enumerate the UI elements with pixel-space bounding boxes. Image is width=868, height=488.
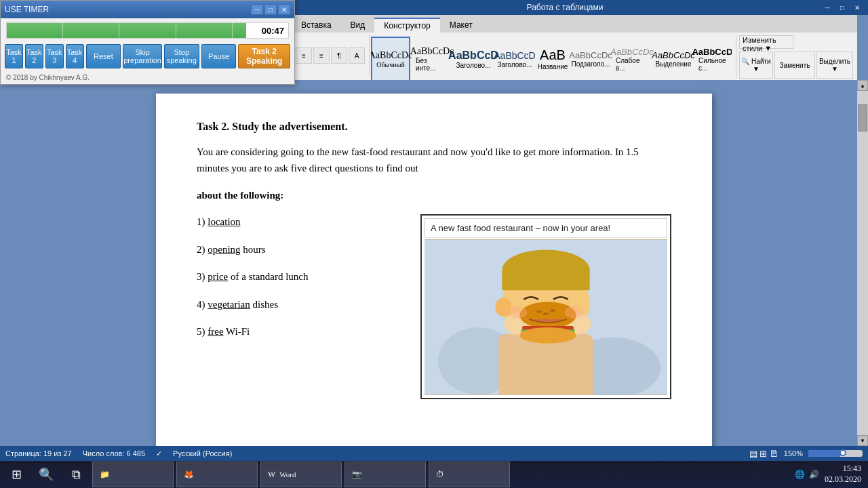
zoom-slider[interactable] <box>808 450 863 457</box>
task-intro: You are considering going to the new fas… <box>197 144 671 176</box>
tab-layout[interactable]: Макет <box>440 18 482 33</box>
word-window-controls: ─ □ ✕ <box>821 1 864 14</box>
taskbar-right: 🌐 🔊 15:43 02.03.2020 <box>795 464 868 485</box>
close-button[interactable]: ✕ <box>850 1 864 14</box>
scroll-down-button[interactable]: ▼ <box>857 435 868 446</box>
timer-maximize[interactable]: □ <box>264 4 277 15</box>
advertisement-area: A new fast food restaurant – now in your… <box>420 214 671 399</box>
svg-rect-7 <box>502 270 589 290</box>
search-button[interactable]: 🔍 <box>33 462 60 487</box>
list-item-4: 4) vegetarian dishes <box>197 297 407 312</box>
list-area: 1) location 2) opening hours 3) price of… <box>197 214 407 399</box>
list-item-1: 1) location <box>197 214 407 230</box>
style-emphasis[interactable]: AaBbCcDc Выделение <box>654 37 693 81</box>
style-strong-sample: AaBbCcDc <box>692 47 732 57</box>
style-normal[interactable]: AaBbCcDc Обычный <box>371 37 410 81</box>
document-page: Task 2. Study the advertisement. You are… <box>156 94 712 461</box>
style-subtitle[interactable]: AaBbCcDc Подзаголо... <box>571 37 610 81</box>
task-view-button[interactable]: ⧉ <box>62 462 90 487</box>
tab-view[interactable]: Вид <box>341 18 375 33</box>
word-app[interactable]: W Word <box>260 462 342 487</box>
start-button[interactable]: ⊞ <box>3 462 30 487</box>
system-clock[interactable]: 15:43 02.03.2020 <box>825 464 861 485</box>
tab-insert[interactable]: Вставка <box>292 18 341 33</box>
task2-button[interactable]: Task 2 <box>25 44 43 68</box>
svg-point-21 <box>565 306 584 319</box>
maximize-button[interactable]: □ <box>835 1 849 14</box>
style-subtle-emphasis-label: Слабое в... <box>616 57 648 72</box>
clock-date: 02.03.2020 <box>825 474 861 485</box>
right-ribbon-group: Изменить стили ▼ 🔍 Найти ▼ Заменить Выде… <box>736 35 853 79</box>
reset-button[interactable]: Reset <box>86 44 121 68</box>
task1-button[interactable]: Task 1 <box>5 44 23 68</box>
item4-underline: vegetarian <box>208 299 250 310</box>
find-button[interactable]: 🔍 Найти ▼ <box>739 52 773 79</box>
scroll-up-button[interactable]: ▲ <box>857 80 868 91</box>
ribbon-tabs-bar: Вставка Вид Конструктор Макет <box>292 15 857 33</box>
para-btn-1[interactable]: ≡ <box>296 47 312 64</box>
system-tray: 🌐 🔊 <box>795 470 819 480</box>
zoom-thumb[interactable] <box>840 449 846 456</box>
para-btn-2[interactable]: ≡ <box>313 47 330 64</box>
word-titlebar: Работа с таблицами ─ □ ✕ <box>292 0 868 15</box>
style-normal-sample: AaBbCcDc <box>371 50 412 61</box>
style-emphasis-sample: AaBbCcDc <box>652 50 695 60</box>
style-heading2[interactable]: AaBbCcD Заголово... <box>495 37 534 81</box>
camera-app[interactable]: 📷 <box>344 462 426 487</box>
style-title-sample: AaB <box>540 47 566 63</box>
stop-speaking-button[interactable]: Stop speaking <box>164 44 199 68</box>
replace-button[interactable]: Заменить <box>774 52 815 79</box>
word-document-area: Task 2. Study the advertisement. You are… <box>0 80 868 461</box>
page-count: Страница: 19 из 27 <box>5 449 72 458</box>
skip-preparation-button[interactable]: Skip preparation <box>123 44 162 68</box>
spell-check-icon: ✓ <box>156 449 162 458</box>
style-strong[interactable]: AaBbCcDc Сильное с... <box>695 37 732 81</box>
minimize-button[interactable]: ─ <box>821 1 834 14</box>
para-btn-4[interactable]: A <box>349 47 365 64</box>
item1-text: location <box>208 216 240 227</box>
camera-icon: 📷 <box>352 470 362 480</box>
task-intro2: about the following: <box>197 187 671 203</box>
status-bar: Страница: 19 из 27 Число слов: 6 485 ✓ Р… <box>0 446 868 461</box>
select-button[interactable]: Выделить ▼ <box>816 52 853 79</box>
change-style-btn[interactable]: Изменить стили ▼ <box>739 35 793 49</box>
network-icon: 🌐 <box>795 470 805 480</box>
folder-icon: 📁 <box>100 470 110 480</box>
style-heading1[interactable]: AaBbCcD Заголово... <box>454 37 493 81</box>
style-subtitle-sample: AaBbCcDc <box>569 50 612 60</box>
item2-num: 2) <box>197 244 208 255</box>
tab-constructor[interactable]: Конструктор <box>374 18 439 33</box>
timer-display: 00:47 <box>262 26 284 36</box>
style-no-spacing[interactable]: AaBbCcDc Без инте... <box>412 37 452 81</box>
active-task-button[interactable]: Task 2 Speaking <box>238 44 290 68</box>
task4-button[interactable]: Task 4 <box>66 44 84 68</box>
timer-minimize[interactable]: ─ <box>251 4 263 15</box>
taskbar-left: ⊞ 🔍 ⧉ 📁 🦊 W Word 📷 ⏱ <box>0 462 510 487</box>
timer-icon: ⏱ <box>436 470 444 480</box>
item2-underline: opening <box>208 244 240 255</box>
file-explorer-app[interactable]: 📁 <box>92 462 174 487</box>
timer-app[interactable]: ⏱ <box>429 462 510 487</box>
ad-illustration <box>425 239 667 395</box>
task3-button[interactable]: Task 3 <box>45 44 64 68</box>
ad-caption: A new fast food restaurant – now in your… <box>425 218 667 238</box>
timer-close[interactable]: ✕ <box>278 4 290 15</box>
browser-app[interactable]: 🦊 <box>176 462 258 487</box>
scroll-thumb[interactable] <box>858 104 867 131</box>
style-normal-label: Обычный <box>376 61 404 68</box>
word-count: Число слов: 6 485 <box>83 449 145 458</box>
find-replace-group: 🔍 Найти ▼ Заменить Выделить ▼ <box>739 52 853 79</box>
list-item-5: 5) free Wi-Fi <box>197 324 407 340</box>
timer-title: USE TIMER <box>5 5 49 14</box>
timer-window: USE TIMER ─ □ ✕ 00:47 Task 1 Task 2 Task… <box>0 0 295 85</box>
style-title[interactable]: AaB Название <box>536 37 569 81</box>
style-strong-label: Сильное с... <box>698 57 731 72</box>
svg-point-13 <box>536 310 542 313</box>
pause-button[interactable]: Pause <box>201 44 237 68</box>
list-item-3: 3) price of a standard lunch <box>197 269 407 285</box>
item5-rest: Wi-Fi <box>224 326 250 337</box>
language: Русский (Россия) <box>173 449 232 458</box>
style-subtle-emphasis[interactable]: AaBbCcDc Слабое в... <box>612 37 652 81</box>
vertical-scrollbar: ▲ ▼ <box>857 80 868 446</box>
para-btn-3[interactable]: ¶ <box>331 47 347 64</box>
